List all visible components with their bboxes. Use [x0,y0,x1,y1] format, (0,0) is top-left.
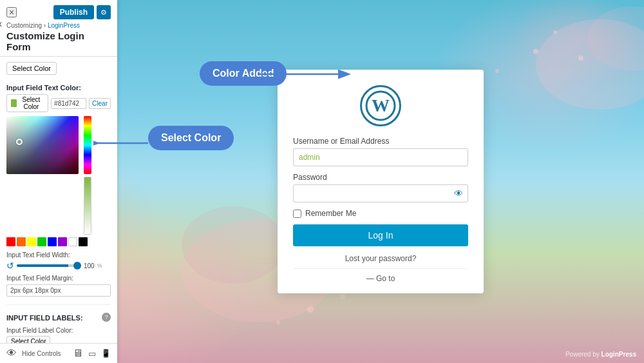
desktop-icon[interactable]: 🖥 [73,348,83,359]
preset-orange[interactable] [17,237,26,246]
select-color-top-button[interactable]: Select Color [6,62,57,75]
width-slider-row: ↺ 100 % [6,260,111,271]
login-card: W Username or Email Address Password 👁 R… [278,70,484,293]
width-range-slider[interactable] [17,264,81,267]
password-wrapper: 👁 [293,184,468,202]
powered-by-brand: LoginPress [601,351,636,358]
callout-color-added: Color Added [200,61,287,86]
back-button[interactable]: ‹ [0,18,2,30]
lost-password: Lost your password? [293,254,468,263]
panel-footer: 👁 Hide Controls 🖥 ▭ 📱 [0,343,117,363]
panel-header: × Publish ⚙ Customizing › LoginPress ‹ C… [0,0,117,57]
powered-by: Powered by LoginPress [565,351,636,358]
panel-title: Customize Login Form [6,30,111,52]
preset-purple[interactable] [58,237,67,246]
preset-red[interactable] [6,237,15,246]
color-swatch-button[interactable]: Select Color [6,94,48,112]
go-to-text: — Go to [366,274,395,283]
tablet-icon[interactable]: ▭ [88,349,96,358]
main-area: W Username or Email Address Password 👁 R… [117,0,644,363]
close-button[interactable]: × [6,7,17,17]
password-label: Password [293,173,468,182]
preset-green[interactable] [37,237,46,246]
username-label: Username or Email Address [293,137,468,146]
help-icon[interactable]: ? [102,313,111,322]
color-picker-area [6,116,111,246]
hide-controls-icon[interactable]: 👁 [6,348,17,359]
preset-black[interactable] [79,237,88,246]
callout-select-color: Select Color [148,126,234,150]
login-button[interactable]: Log In [293,224,468,246]
opacity-slider[interactable] [84,177,91,235]
remember-me-label: Remember Me [305,209,356,218]
gear-button[interactable]: ⚙ [97,5,111,19]
panel-content: Select Color Input Field Text Color: Sel… [0,57,117,363]
clear-button[interactable]: Clear [89,98,111,109]
username-input[interactable] [293,148,468,166]
width-value: 100 [84,262,95,270]
wp-logo-circle: W [360,85,401,126]
remember-row: Remember Me [293,209,468,218]
hex-input[interactable] [51,98,86,109]
color-swatches-row [6,237,111,246]
svg-text:W: W [372,95,390,115]
labels-section-header: INPUT FIELD LABELS: ? [6,310,111,324]
hue-slider[interactable] [84,116,91,174]
width-unit: % [97,262,102,269]
wp-logo: W [293,85,468,126]
green-swatch [11,99,17,107]
preset-blue[interactable] [48,237,57,246]
remember-me-checkbox[interactable] [293,210,301,218]
input-text-color-label: Input Field Text Color: [6,84,111,92]
wordpress-logo-svg: W [365,90,396,121]
publish-button[interactable]: Publish [53,5,94,19]
color-row: Select Color Clear [6,94,111,112]
margin-label: Input Text Field Margin: [6,275,111,282]
mobile-icon[interactable]: 📱 [101,349,111,358]
labels-section-label: INPUT FIELD LABELS: [6,314,83,322]
width-slider-section: Input Text Field Width: ↺ 100 % [6,251,111,271]
picker-row [6,116,111,235]
spectrum-cursor [16,139,23,145]
refresh-icon[interactable]: ↺ [6,260,14,271]
select-color-btn-label: Select Color [19,96,44,110]
breadcrumb: Customizing › LoginPress [6,22,111,29]
eye-icon[interactable]: 👁 [454,188,463,199]
preset-white[interactable] [68,237,77,246]
go-to-row: — Go to [293,268,468,283]
breadcrumb-link[interactable]: LoginPress [48,22,80,29]
hide-controls-label[interactable]: Hide Controls [22,350,61,357]
margin-input[interactable] [6,284,111,297]
password-input[interactable] [293,184,468,202]
label-color-label: Input Field Label Color: [6,327,111,334]
preset-yellow[interactable] [27,237,36,246]
color-spectrum[interactable] [6,116,79,174]
margin-section: Input Text Field Margin: [6,275,111,299]
width-label: Input Text Field Width: [6,251,111,259]
left-panel: × Publish ⚙ Customizing › LoginPress ‹ C… [0,0,117,363]
divider-1 [6,304,111,305]
